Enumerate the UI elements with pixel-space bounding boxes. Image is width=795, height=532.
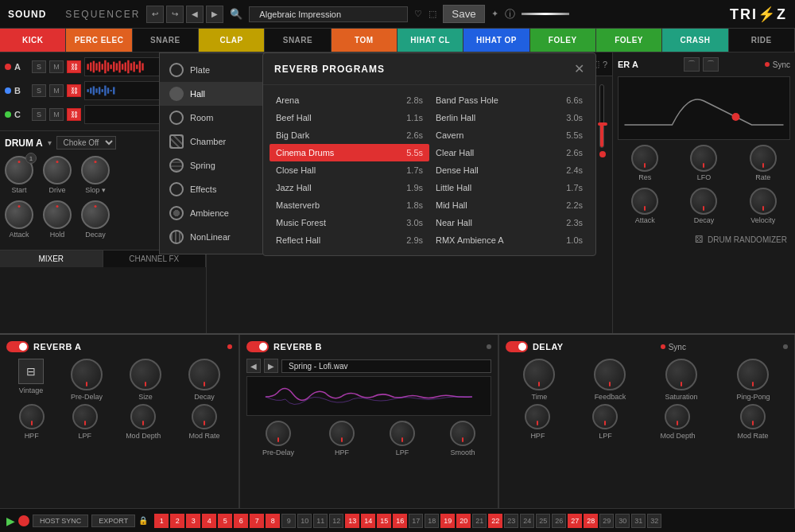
hold-knob[interactable]	[43, 200, 72, 229]
track-b-solo[interactable]: S	[32, 84, 46, 97]
reverb-b-next[interactable]: ▶	[264, 359, 278, 373]
program-close-hall[interactable]: Close Hall 1.7s	[270, 161, 429, 179]
seq-step-9[interactable]: 9	[281, 514, 296, 528]
seq-step-24[interactable]: 24	[520, 514, 534, 528]
slop-knob[interactable]	[81, 156, 110, 184]
program-clear-hall[interactable]: Clear Hall 2.6s	[429, 144, 589, 161]
track-c-mute[interactable]: M	[49, 108, 64, 121]
er-shape-btn2[interactable]: ⌒	[703, 57, 719, 72]
reverb-b-toggle[interactable]	[246, 341, 269, 352]
reverb-sidebar-chamber[interactable]: Chamber	[160, 130, 270, 153]
delay-lpf-knob[interactable]	[592, 404, 618, 429]
tab-hihat-op[interactable]: HIHAT OP	[463, 29, 529, 52]
seq-step-31[interactable]: 31	[631, 514, 646, 528]
reverb-b-predelay-knob[interactable]	[266, 421, 291, 446]
tab-crash[interactable]: CRASH	[662, 29, 728, 52]
choke-dropdown[interactable]: Choke Off	[56, 136, 116, 150]
tab-foley1[interactable]: FOLEY	[530, 29, 596, 52]
settings-icon[interactable]: ✦	[491, 9, 498, 19]
record-button[interactable]	[18, 515, 29, 526]
program-masterverb[interactable]: Masterverb 1.8s	[270, 196, 429, 214]
track-a-solo[interactable]: S	[32, 60, 46, 73]
delay-toggle[interactable]	[506, 341, 528, 352]
reverb-sidebar-hall[interactable]: Hall	[160, 82, 270, 106]
program-berlin-hall[interactable]: Berlin Hall 3.0s	[429, 109, 589, 126]
seq-step-15[interactable]: 15	[377, 514, 391, 528]
seq-step-28[interactable]: 28	[584, 514, 598, 528]
seq-step-22[interactable]: 22	[488, 514, 502, 528]
attack-r-knob[interactable]	[631, 188, 658, 215]
seq-step-12[interactable]: 12	[329, 514, 343, 528]
delay-hpf-knob[interactable]	[525, 404, 550, 429]
tab-mixer[interactable]: MIXER	[0, 250, 103, 267]
delay-saturation-knob[interactable]	[665, 359, 697, 390]
seq-step-25[interactable]: 25	[536, 514, 550, 528]
reverb-a-toggle[interactable]	[6, 341, 29, 352]
program-little-hall[interactable]: Little Hall 1.7s	[429, 179, 589, 196]
program-mid-hall[interactable]: Mid Hall 2.2s	[429, 196, 589, 214]
seq-step-21[interactable]: 21	[472, 514, 487, 528]
reverb-a-decay-knob[interactable]	[188, 359, 220, 390]
seq-step-7[interactable]: 7	[250, 514, 264, 528]
host-sync-button[interactable]: HOST SYNC	[33, 515, 88, 527]
vintage-icon[interactable]: ⊟	[18, 359, 44, 384]
program-near-hall[interactable]: Near Hall 2.3s	[429, 214, 589, 231]
undo-button[interactable]: ↩	[146, 6, 164, 23]
lfo-knob[interactable]	[690, 145, 717, 172]
favorite-icon[interactable]: ♡	[414, 9, 422, 19]
track-c-link[interactable]: ⛓	[67, 108, 81, 121]
seq-step-17[interactable]: 17	[409, 514, 423, 528]
seq-step-14[interactable]: 14	[361, 514, 375, 528]
seq-help-icon[interactable]: ?	[603, 60, 607, 69]
preset-name-display[interactable]: Algebraic Impression	[249, 6, 408, 22]
er-shape-btn1[interactable]: ⌒	[684, 57, 700, 72]
tab-ride[interactable]: RIDE	[729, 29, 795, 52]
reverb-sidebar-spring[interactable]: Spring	[160, 153, 270, 177]
lock-icon[interactable]: 🔒	[138, 516, 148, 525]
track-a-mute[interactable]: M	[49, 60, 64, 73]
seq-step-29[interactable]: 29	[599, 514, 614, 528]
program-beef-hall[interactable]: Beef Hall 1.1s	[270, 109, 429, 126]
program-cavern[interactable]: Cavern 5.5s	[429, 126, 589, 144]
redo-button[interactable]: ↪	[166, 6, 184, 23]
reverb-b-file[interactable]: Spring - Lofi.wav	[281, 359, 491, 373]
tab-snare1[interactable]: SNARE	[133, 29, 199, 52]
save-button[interactable]: Save	[443, 5, 484, 23]
reverb-a-predelay-knob[interactable]	[71, 359, 103, 390]
seq-step-4[interactable]: 4	[202, 514, 216, 528]
delay-moddepth-knob[interactable]	[665, 404, 690, 429]
reverb-sidebar-ambience[interactable]: Ambience	[160, 201, 270, 225]
reverb-b-hpf-knob[interactable]	[329, 421, 355, 446]
delay-time-knob[interactable]	[523, 359, 555, 390]
tab-kick[interactable]: KICK	[0, 29, 66, 52]
reverb-sidebar-nonlinear[interactable]: NonLinear	[160, 225, 270, 249]
seq-step-2[interactable]: 2	[170, 514, 184, 528]
reverb-sidebar-room[interactable]: Room	[160, 106, 270, 130]
seq-step-3[interactable]: 3	[186, 514, 200, 528]
attack-knob[interactable]	[5, 200, 33, 229]
track-b-mute[interactable]: M	[49, 84, 64, 97]
track-a-link[interactable]: ⛓	[67, 60, 81, 73]
tab-snare2[interactable]: SNARE	[265, 29, 331, 52]
start-knob[interactable]: 1	[5, 156, 33, 184]
program-rmx-ambience-a[interactable]: RMX Ambience A 1.0s	[429, 231, 589, 249]
tab-clap[interactable]: CLAP	[199, 29, 265, 52]
seq-step-5[interactable]: 5	[218, 514, 232, 528]
seq-step-10[interactable]: 10	[297, 514, 312, 528]
program-reflect-hall[interactable]: Reflect Hall 2.9s	[270, 231, 429, 249]
reverb-sidebar-effects[interactable]: Effects	[160, 177, 270, 201]
prev-button[interactable]: ◀	[186, 6, 204, 23]
decay-r-knob[interactable]	[690, 188, 717, 215]
reverb-b-prev[interactable]: ◀	[246, 359, 261, 373]
seq-step-30[interactable]: 30	[615, 514, 630, 528]
seq-step-19[interactable]: 19	[440, 514, 455, 528]
tab-tom[interactable]: TOM	[332, 29, 398, 52]
res-knob[interactable]	[631, 145, 658, 172]
export-button[interactable]: EXPORT	[91, 515, 135, 527]
seq-step-23[interactable]: 23	[504, 514, 518, 528]
delay-pingpong-knob[interactable]	[737, 359, 769, 390]
tab-foley2[interactable]: FOLEY	[596, 29, 662, 52]
info-icon[interactable]: ⓘ	[505, 7, 515, 21]
program-arena[interactable]: Arena 2.8s	[270, 91, 429, 109]
play-button[interactable]: ▶	[6, 515, 15, 527]
